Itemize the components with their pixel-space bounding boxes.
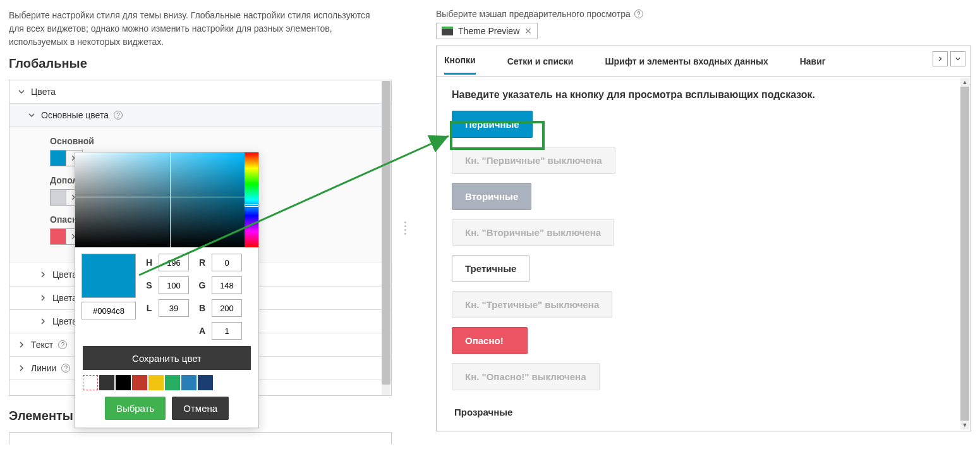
- swatch-item[interactable]: [198, 375, 213, 390]
- hue-slider[interactable]: [245, 152, 258, 247]
- chevron-down-icon: [28, 112, 36, 118]
- primary-swatch[interactable]: [50, 150, 66, 166]
- tertiary-button[interactable]: Третичные: [452, 255, 529, 282]
- tab-strip: Кнопки Сетки и списки Шрифт и элементы в…: [437, 46, 971, 77]
- s-label: S: [145, 280, 154, 290]
- a-input[interactable]: [212, 322, 242, 340]
- help-icon[interactable]: ?: [61, 364, 70, 373]
- mashup-label-text: Выберите мэшап предварительного просмотр…: [436, 9, 631, 19]
- close-icon[interactable]: ✕: [524, 26, 532, 36]
- r-label: R: [198, 257, 207, 268]
- intro-text: Выберите настройки стиля для темы внизу.…: [9, 9, 392, 49]
- theme-icon: [442, 27, 453, 35]
- color-picker-popup: H S L R G B A Сохранить цвет Выбрать Отм…: [75, 152, 259, 428]
- scroll-down-icon[interactable]: ▼: [960, 421, 969, 429]
- secondary-swatch[interactable]: [50, 189, 66, 206]
- config-scrollbar[interactable]: [382, 81, 390, 395]
- picker-preview-swatch: [82, 254, 136, 298]
- primary-label: Основной: [50, 136, 382, 146]
- r-input[interactable]: [212, 254, 242, 271]
- danger-button[interactable]: Опасно!: [452, 327, 528, 354]
- select-button[interactable]: Выбрать: [105, 397, 166, 420]
- acc-colors-label: Цвета: [31, 87, 56, 97]
- swatch-item[interactable]: [132, 375, 147, 390]
- mashup-chip[interactable]: Theme Preview ✕: [436, 23, 538, 39]
- chevron-right-icon: [18, 365, 26, 371]
- help-icon[interactable]: ?: [634, 9, 643, 18]
- tab-scroll-right-button[interactable]: [933, 51, 948, 66]
- swatch-item[interactable]: [181, 375, 197, 390]
- sv-area[interactable]: [75, 152, 245, 247]
- chevron-right-icon: [18, 342, 26, 348]
- acc-base-colors-label: Основные цвета: [41, 110, 109, 120]
- chevron-right-icon: [40, 271, 47, 278]
- preview-box: Кнопки Сетки и списки Шрифт и элементы в…: [436, 46, 971, 431]
- mashup-label: Выберите мэшап предварительного просмотр…: [436, 9, 971, 19]
- scroll-up-icon[interactable]: ▲: [960, 78, 969, 87]
- help-icon[interactable]: ?: [58, 340, 67, 349]
- chevron-right-icon: [40, 295, 47, 301]
- hint-text: Наведите указатель на кнопку для просмот…: [452, 89, 955, 101]
- cancel-button[interactable]: Отмена: [172, 397, 229, 420]
- tab-dropdown-button[interactable]: [950, 51, 965, 66]
- l-label: L: [145, 303, 154, 313]
- tab-buttons[interactable]: Кнопки: [444, 47, 476, 75]
- chevron-right-icon: [40, 318, 47, 324]
- elements-config-box: [9, 432, 392, 445]
- secondary-disabled-button: Кн. "Вторичные" выключена: [452, 219, 614, 246]
- b-input[interactable]: [212, 299, 242, 317]
- acc-base-colors[interactable]: Основные цвета ?: [9, 104, 391, 127]
- g-label: G: [198, 280, 207, 290]
- l-input[interactable]: [159, 299, 189, 317]
- a-label: A: [198, 326, 207, 336]
- danger-disabled-button: Кн. "Опасно!" выключена: [452, 363, 600, 390]
- help-icon[interactable]: ?: [114, 111, 123, 120]
- h-label: H: [145, 257, 154, 268]
- b-label: B: [198, 303, 207, 313]
- empty-swatch[interactable]: [83, 375, 98, 390]
- primary-disabled-button: Кн. "Первичные" выключена: [452, 147, 615, 174]
- preview-scrollbar[interactable]: ▲ ▼: [960, 78, 969, 429]
- g-input[interactable]: [212, 276, 242, 294]
- heading-global: Глобальные: [9, 56, 392, 71]
- acc-text-label: Текст: [31, 340, 53, 350]
- danger-swatch[interactable]: [50, 228, 66, 245]
- swatch-item[interactable]: [165, 375, 180, 390]
- acc-lines-label: Линии: [31, 363, 56, 373]
- save-color-button[interactable]: Сохранить цвет: [83, 346, 251, 370]
- swatch-item[interactable]: [99, 375, 114, 390]
- hex-input[interactable]: [82, 302, 136, 319]
- tab-fonts[interactable]: Шрифт и элементы входных данных: [605, 49, 768, 74]
- mashup-chip-label: Theme Preview: [458, 26, 519, 36]
- tertiary-disabled-button: Кн. "Третичные" выключена: [452, 291, 612, 318]
- chevron-down-icon: [18, 89, 26, 95]
- h-input[interactable]: [159, 254, 189, 271]
- acc-colors[interactable]: Цвета: [9, 80, 391, 104]
- tab-nav[interactable]: Навиг: [800, 49, 826, 74]
- swatch-item[interactable]: [148, 375, 164, 390]
- swatch-item[interactable]: [116, 375, 131, 390]
- primary-button[interactable]: Первичные: [452, 111, 533, 138]
- preview-content: ▲ ▼ Наведите указатель на кнопку для про…: [437, 77, 971, 431]
- transparent-button[interactable]: Прозрачные: [452, 399, 528, 425]
- tab-grids[interactable]: Сетки и списки: [507, 49, 574, 74]
- s-input[interactable]: [159, 276, 189, 294]
- secondary-button[interactable]: Вторичные: [452, 183, 531, 210]
- saved-swatches[interactable]: [83, 375, 251, 390]
